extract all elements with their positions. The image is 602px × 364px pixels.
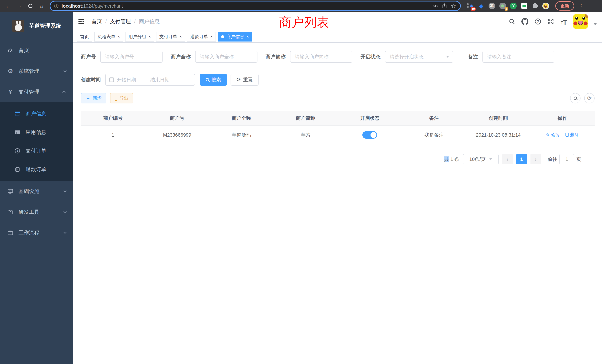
- sidebar-collapse-icon[interactable]: [77, 18, 85, 25]
- sidebar-item-dev-tools[interactable]: 研发工具: [0, 202, 73, 222]
- browser-reload-button[interactable]: [26, 1, 35, 10]
- remark-input[interactable]: [483, 51, 554, 63]
- tab-process-form[interactable]: 流程表单×: [94, 32, 123, 42]
- search-button[interactable]: 搜索: [200, 74, 227, 86]
- refresh-icon: ⟳: [587, 96, 591, 101]
- chevron-down-icon: [63, 189, 66, 192]
- extension-command-icon[interactable]: ⌘: [488, 2, 496, 10]
- extension-apps-icon[interactable]: ◆ 10: [467, 2, 474, 10]
- reset-button[interactable]: ⟳ 重置: [231, 74, 258, 86]
- merchant-no-label: 商户号: [81, 53, 96, 60]
- sidebar-item-system[interactable]: ⚙ 系统管理: [0, 61, 73, 82]
- extension-chat-icon[interactable]: [520, 2, 528, 10]
- chevron-down-icon: [63, 231, 66, 234]
- tab-refund-orders[interactable]: 退款订单×: [187, 32, 216, 42]
- page-size-select[interactable]: 10条/页: [463, 154, 499, 164]
- next-page-button[interactable]: ›: [530, 154, 541, 164]
- full-name-input[interactable]: [195, 51, 258, 63]
- delete-link[interactable]: 删除: [566, 132, 579, 138]
- breadcrumb-payment[interactable]: 支付管理: [110, 18, 131, 25]
- close-icon[interactable]: ×: [246, 35, 249, 39]
- show-search-button[interactable]: [570, 93, 580, 103]
- extensions-puzzle-button[interactable]: [531, 2, 539, 10]
- goto-page-input[interactable]: [559, 154, 574, 164]
- short-name-input[interactable]: [290, 51, 352, 63]
- extension-tasks-icon[interactable]: 1: [499, 2, 506, 10]
- site-info-icon[interactable]: ⓘ: [54, 3, 59, 9]
- font-size-icon[interactable]: TT: [560, 18, 568, 25]
- start-date-input[interactable]: [117, 77, 143, 83]
- merchant-no-input[interactable]: [100, 51, 162, 63]
- short-name-label: 商户简称: [266, 53, 286, 60]
- tab-home[interactable]: 首页: [77, 32, 92, 42]
- tab-user-group[interactable]: 用户分组×: [125, 32, 154, 42]
- browser-menu-icon[interactable]: ⋮: [579, 3, 584, 9]
- search-icon[interactable]: [508, 18, 516, 25]
- share-icon[interactable]: [441, 3, 447, 9]
- sidebar-item-merchant-info[interactable]: 商户信息: [0, 105, 73, 123]
- tab-merchant-info[interactable]: 商户信息×: [218, 32, 252, 42]
- close-icon[interactable]: ×: [179, 35, 182, 39]
- page-1-button[interactable]: 1: [516, 154, 527, 164]
- cell-create-time: 2021-10-23 08:31:14: [466, 126, 530, 144]
- end-date-input[interactable]: [150, 77, 176, 83]
- extension-y-icon[interactable]: Y: [510, 2, 517, 10]
- browser-home-button[interactable]: ⌂: [37, 1, 46, 10]
- browser-back-button[interactable]: ←: [4, 1, 13, 10]
- create-time-range-picker[interactable]: -: [105, 74, 195, 86]
- user-avatar[interactable]: [573, 14, 588, 29]
- merchant-list-page: 商户号 商户全称 商户简称 开启状态 请选择开启状态: [73, 43, 602, 364]
- sidebar-logo[interactable]: 芋道管理系统: [0, 12, 73, 40]
- bookmark-star-icon[interactable]: ☆: [450, 3, 456, 9]
- close-icon[interactable]: ×: [210, 35, 213, 39]
- col-create-time: 创建时间: [466, 111, 530, 126]
- reload-icon: [28, 3, 33, 9]
- extension-pin-icon[interactable]: ◆: [477, 2, 485, 10]
- tab-pay-orders[interactable]: 支付订单×: [156, 32, 185, 42]
- user-menu-caret-icon[interactable]: [593, 23, 597, 25]
- status-select-placeholder: 请选择开启状态: [390, 54, 446, 60]
- sidebar-item-workflow[interactable]: 工作流程: [0, 222, 73, 243]
- sidebar-item-infrastructure[interactable]: 基础设施: [0, 181, 73, 202]
- breadcrumb-home[interactable]: 首页: [92, 18, 102, 25]
- add-button-label: 新增: [93, 95, 102, 101]
- github-icon[interactable]: [521, 18, 529, 25]
- password-key-icon[interactable]: [433, 3, 439, 9]
- tab-label: 首页: [80, 34, 89, 40]
- address-bar[interactable]: ⓘ localhost:1024/pay/merchant ☆: [50, 1, 460, 10]
- url-host: localhost: [62, 3, 82, 9]
- sidebar-item-pay-orders[interactable]: ¥ 支付订单: [0, 142, 73, 160]
- sidebar-item-app-info[interactable]: 应用信息: [0, 123, 73, 142]
- browser-forward-button[interactable]: →: [15, 1, 24, 10]
- status-toggle[interactable]: [362, 131, 377, 139]
- close-icon[interactable]: ×: [149, 35, 151, 39]
- sidebar-item-label: 基础设施: [19, 188, 63, 195]
- search-icon: [574, 96, 577, 100]
- prev-page-button[interactable]: ‹: [502, 154, 513, 164]
- trash-icon: [566, 133, 569, 137]
- sidebar-item-home[interactable]: 首页: [0, 40, 73, 61]
- pagination-total: 共 1 条: [444, 156, 459, 162]
- sidebar-item-label: 商户信息: [26, 110, 46, 117]
- sidebar-item-refund-orders[interactable]: 退款订单: [0, 160, 73, 179]
- add-button[interactable]: ＋ 新增: [81, 93, 106, 103]
- col-full-name: 商户全称: [209, 111, 274, 126]
- refresh-table-button[interactable]: ⟳: [584, 93, 595, 103]
- y-logo-icon: Y: [510, 3, 517, 9]
- browser-profile-avatar[interactable]: [542, 2, 549, 10]
- download-icon: ↓: [115, 96, 117, 101]
- header-actions: ? TT: [508, 14, 597, 29]
- export-button[interactable]: ↓ 导出: [110, 93, 133, 103]
- sidebar: 芋道管理系统 首页 ⚙ 系统管理 ¥ 支付管理: [0, 12, 73, 364]
- status-select[interactable]: 请选择开启状态: [385, 51, 453, 63]
- fullscreen-icon[interactable]: [547, 18, 555, 25]
- help-icon[interactable]: ?: [534, 18, 542, 25]
- sidebar-item-payment[interactable]: ¥ 支付管理: [0, 82, 73, 102]
- edit-link[interactable]: ✎修改: [546, 132, 560, 138]
- url-text[interactable]: localhost:1024/pay/merchant: [62, 3, 430, 9]
- table-row: 1 M233666999 芋道源码 芋艿 我是备注 2021-10-23 08:…: [81, 126, 595, 144]
- dashboard-icon: [7, 47, 13, 53]
- close-icon[interactable]: ×: [118, 35, 120, 39]
- calendar-icon: [109, 77, 114, 82]
- browser-update-button[interactable]: 更新: [555, 1, 574, 11]
